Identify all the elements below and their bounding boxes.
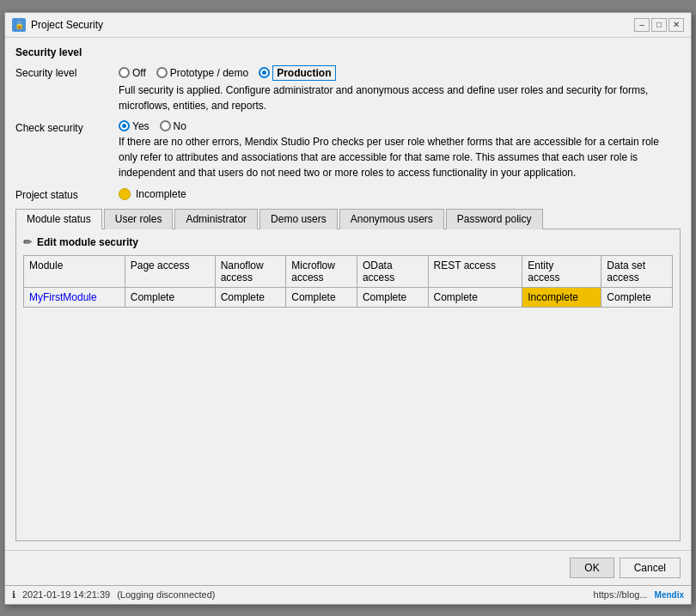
radio-production[interactable]: Production xyxy=(259,65,335,81)
radio-yes-label: Yes xyxy=(132,120,150,132)
radio-production-indicator xyxy=(259,67,270,78)
check-security-radio-group: Yes No xyxy=(119,120,681,132)
security-level-control: Off Prototype / demo Production Full sec… xyxy=(119,65,681,113)
table-row: MyFirstModule Complete Complete Complete… xyxy=(24,287,673,307)
tab-demo-users[interactable]: Demo users xyxy=(259,209,338,229)
project-security-dialog: 🔒 Project Security – □ ✕ Security level … xyxy=(4,12,692,605)
cell-module-name[interactable]: MyFirstModule xyxy=(24,287,125,307)
radio-no[interactable]: No xyxy=(160,120,186,132)
radio-yes-indicator xyxy=(119,120,130,131)
tab-administrator[interactable]: Administrator xyxy=(174,209,258,229)
check-security-row: Check security Yes No If there are no ot… xyxy=(15,120,681,180)
radio-prototype-indicator xyxy=(156,67,168,78)
cell-dataset-access: Complete xyxy=(601,287,673,307)
tab-bar: Module status User roles Administrator D… xyxy=(15,208,681,229)
close-button[interactable]: ✕ xyxy=(669,18,684,32)
status-message: (Logging disconnected) xyxy=(117,589,215,600)
title-bar-left: 🔒 Project Security xyxy=(12,18,103,32)
project-status-value-area: Incomplete xyxy=(119,188,186,200)
col-entity-access: Entityaccess xyxy=(522,255,601,287)
cell-rest-access: Complete xyxy=(428,287,522,307)
maximize-button[interactable]: □ xyxy=(651,18,667,32)
status-url: https://blog... xyxy=(594,589,648,600)
security-level-row: Security level Off Prototype / demo Prod… xyxy=(15,65,681,113)
tab-module-status[interactable]: Module status xyxy=(15,209,102,229)
project-status-text: Incomplete xyxy=(136,188,186,200)
title-controls: – □ ✕ xyxy=(634,18,684,32)
check-security-control: Yes No If there are no other errors, Men… xyxy=(119,120,681,180)
tab-content-module-status: ✏ Edit module security Module Page acces… xyxy=(15,229,681,541)
project-status-label: Project status xyxy=(15,187,119,201)
col-nanoflow-access: Nanoflowaccess xyxy=(215,255,286,287)
cell-odata-access: Complete xyxy=(357,287,428,307)
security-level-label: Security level xyxy=(15,65,119,79)
dialog-footer: OK Cancel xyxy=(5,550,691,585)
cell-entity-access: Incomplete xyxy=(522,287,601,307)
radio-off-indicator xyxy=(119,67,130,78)
dialog-title: Project Security xyxy=(31,19,103,31)
security-level-radio-group: Off Prototype / demo Production xyxy=(119,65,681,81)
cell-page-access: Complete xyxy=(125,287,215,307)
col-rest-access: REST access xyxy=(428,255,522,287)
pencil-icon: ✏ xyxy=(23,236,32,248)
radio-off[interactable]: Off xyxy=(119,67,146,79)
radio-prototype-label: Prototype / demo xyxy=(170,67,248,79)
edit-module-header: ✏ Edit module security xyxy=(23,236,673,248)
security-level-description: Full security is applied. Configure admi… xyxy=(119,82,681,113)
title-bar: 🔒 Project Security – □ ✕ xyxy=(5,13,691,38)
col-odata-access: ODataaccess xyxy=(357,255,428,287)
radio-no-label: No xyxy=(174,120,186,132)
status-timestamp: 2021-01-19 14:21:39 xyxy=(22,589,110,600)
col-page-access: Page access xyxy=(125,255,215,287)
radio-prototype-demo[interactable]: Prototype / demo xyxy=(156,67,248,79)
col-dataset-access: Data setaccess xyxy=(601,255,673,287)
edit-module-label: Edit module security xyxy=(37,236,138,248)
col-module: Module xyxy=(24,255,125,287)
cell-microflow-access: Complete xyxy=(286,287,357,307)
dialog-icon: 🔒 xyxy=(12,18,26,32)
table-header-row: Module Page access Nanoflowaccess Microf… xyxy=(24,255,673,287)
status-bar-right: https://blog... Mendix xyxy=(594,589,684,600)
dialog-content: Security level Security level Off Protot… xyxy=(5,38,691,550)
security-level-section-header: Security level xyxy=(15,46,681,58)
status-icon: ℹ xyxy=(12,589,15,601)
check-security-description: If there are no other errors, Mendix Stu… xyxy=(119,134,681,180)
minimize-button[interactable]: – xyxy=(634,18,650,32)
radio-no-indicator xyxy=(160,120,171,131)
tabs-wrapper: Module status User roles Administrator D… xyxy=(15,208,681,541)
status-bar: ℹ 2021-01-19 14:21:39 (Logging disconnec… xyxy=(5,585,691,604)
module-link[interactable]: MyFirstModule xyxy=(29,291,97,303)
col-microflow-access: Microflowaccess xyxy=(286,255,357,287)
tab-anonymous-users[interactable]: Anonymous users xyxy=(339,209,444,229)
tab-password-policy[interactable]: Password policy xyxy=(446,209,543,229)
cell-nanoflow-access: Complete xyxy=(215,287,286,307)
status-bar-left: ℹ 2021-01-19 14:21:39 (Logging disconnec… xyxy=(12,589,216,601)
radio-production-label: Production xyxy=(272,65,335,81)
ok-button[interactable]: OK xyxy=(570,558,614,578)
project-status-row: Project status Incomplete xyxy=(15,187,681,201)
project-status-indicator xyxy=(119,188,131,200)
tab-user-roles[interactable]: User roles xyxy=(104,209,174,229)
radio-off-label: Off xyxy=(132,67,146,79)
cancel-button[interactable]: Cancel xyxy=(620,558,681,578)
check-security-label: Check security xyxy=(15,120,119,134)
mendix-logo: Mendix xyxy=(655,590,684,600)
radio-yes[interactable]: Yes xyxy=(119,120,150,132)
module-table: Module Page access Nanoflowaccess Microf… xyxy=(23,255,673,308)
